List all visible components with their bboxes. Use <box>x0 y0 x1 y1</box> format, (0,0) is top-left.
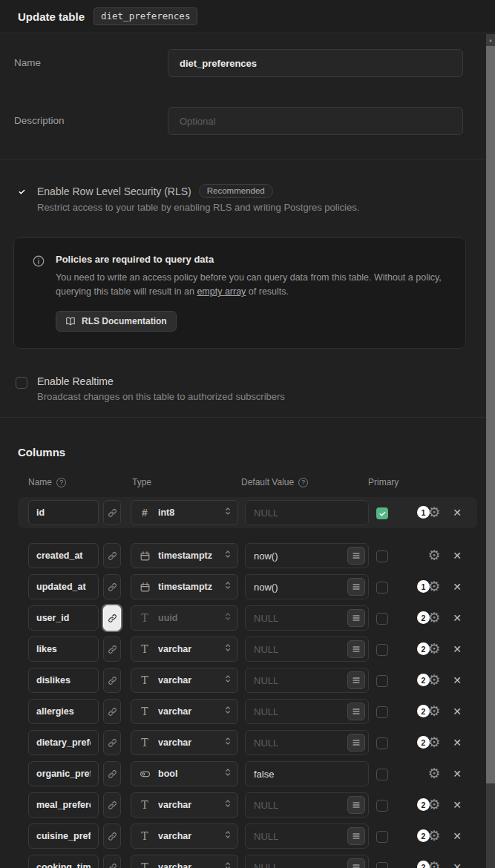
primary-checkbox[interactable] <box>376 613 388 625</box>
remove-column-button[interactable]: ✕ <box>451 581 463 593</box>
remove-column-button[interactable]: ✕ <box>451 799 463 811</box>
column-name-input[interactable] <box>28 574 99 599</box>
foreign-key-link-button[interactable] <box>103 855 121 868</box>
remove-column-button[interactable]: ✕ <box>451 643 463 655</box>
remove-column-button[interactable]: ✕ <box>451 550 463 562</box>
remove-column-button[interactable]: ✕ <box>451 507 463 519</box>
column-type-select[interactable]: timestamptz <box>131 574 238 599</box>
column-type-select[interactable]: T varchar <box>131 792 238 818</box>
default-value-menu-button[interactable] <box>347 609 365 627</box>
link-icon <box>108 769 117 779</box>
default-value-menu-button[interactable] <box>347 578 365 596</box>
foreign-key-link-button[interactable] <box>103 500 121 525</box>
column-name-input[interactable] <box>28 699 99 724</box>
default-value-menu-button[interactable] <box>347 796 365 814</box>
primary-checkbox[interactable] <box>376 769 388 780</box>
primary-checkbox[interactable] <box>376 737 388 749</box>
column-type-select[interactable]: T varchar <box>131 668 238 693</box>
primary-checkbox[interactable] <box>376 862 388 868</box>
select-chevrons-icon <box>223 506 233 519</box>
column-type-select[interactable]: T varchar <box>131 637 238 662</box>
name-help-icon[interactable]: ? <box>56 478 66 487</box>
foreign-key-link-button[interactable] <box>103 543 121 568</box>
remove-column-button[interactable]: ✕ <box>451 768 463 780</box>
column-type-select[interactable]: timestamptz <box>131 543 238 568</box>
default-value-input[interactable] <box>245 500 369 525</box>
column-type-select[interactable]: # int8 <box>131 500 238 525</box>
primary-checkbox[interactable] <box>376 800 388 812</box>
column-name-input[interactable] <box>28 823 99 849</box>
fk-count-badge: 2 <box>417 642 430 655</box>
foreign-key-link-button[interactable] <box>103 761 121 786</box>
column-name-input[interactable] <box>28 637 99 662</box>
rls-documentation-button[interactable]: RLS Documentation <box>56 311 177 332</box>
remove-column-button[interactable]: ✕ <box>451 861 463 868</box>
foreign-key-link-button[interactable] <box>103 605 121 631</box>
foreign-key-link-button[interactable] <box>103 637 121 662</box>
column-type-select[interactable]: T uuid <box>131 605 238 631</box>
primary-checkbox[interactable] <box>376 675 388 687</box>
column-row: T uuid 2 ⚙ ✕ <box>18 605 477 631</box>
primary-checkbox[interactable] <box>376 706 388 718</box>
column-type-label: varchar <box>158 862 223 868</box>
remove-column-button[interactable]: ✕ <box>451 830 463 842</box>
select-chevrons-icon <box>223 580 233 594</box>
default-value-input[interactable] <box>245 761 369 786</box>
rls-checkbox[interactable] <box>16 185 27 197</box>
realtime-checkbox[interactable] <box>16 377 27 389</box>
text-icon: T <box>139 674 151 686</box>
column-type-select[interactable]: bool <box>131 761 238 786</box>
foreign-key-link-button[interactable] <box>103 699 121 724</box>
column-name-input[interactable] <box>28 500 99 525</box>
link-icon <box>108 508 117 518</box>
column-name-input[interactable] <box>28 792 99 818</box>
column-type-select[interactable]: T varchar <box>131 730 238 755</box>
column-type-select[interactable]: T varchar <box>131 823 238 849</box>
column-row: T varchar 2 ⚙ ✕ <box>18 668 477 693</box>
fk-count-badge: 2 <box>417 674 430 686</box>
link-icon <box>108 707 117 717</box>
primary-checkbox[interactable] <box>376 550 388 562</box>
default-help-icon[interactable]: ? <box>298 478 308 487</box>
column-row: T varchar 2 ⚙ ✕ <box>18 637 477 662</box>
default-value-menu-button[interactable] <box>347 671 365 689</box>
foreign-key-link-button[interactable] <box>103 730 121 755</box>
text-icon: T <box>139 830 151 842</box>
column-settings-button[interactable]: ⚙ <box>427 766 442 781</box>
default-value-menu-button[interactable] <box>347 734 365 752</box>
primary-checkbox[interactable] <box>376 582 388 594</box>
remove-column-button[interactable]: ✕ <box>451 612 463 624</box>
column-type-select[interactable]: T varchar <box>131 855 238 868</box>
primary-checkbox[interactable] <box>376 644 388 656</box>
foreign-key-link-button[interactable] <box>103 792 121 818</box>
column-name-input[interactable] <box>28 605 99 631</box>
empty-array-link[interactable]: empty array <box>197 286 246 297</box>
column-name-input[interactable] <box>28 543 99 568</box>
table-description-input[interactable] <box>168 107 463 135</box>
column-settings-button[interactable]: ⚙ <box>427 548 442 563</box>
vertical-scrollbar[interactable]: ▲ <box>486 34 495 868</box>
foreign-key-link-button[interactable] <box>103 574 121 599</box>
primary-checkbox[interactable] <box>376 507 388 519</box>
default-value-menu-button[interactable] <box>347 858 365 868</box>
scroll-up-arrow-icon[interactable]: ▲ <box>486 34 495 46</box>
column-name-input[interactable] <box>28 730 99 755</box>
default-value-menu-button[interactable] <box>347 640 365 658</box>
foreign-key-link-button[interactable] <box>103 668 121 693</box>
column-name-input[interactable] <box>28 668 99 693</box>
column-name-input[interactable] <box>28 855 99 868</box>
default-value-menu-button[interactable] <box>347 827 365 845</box>
primary-checkbox[interactable] <box>376 831 388 843</box>
remove-column-button[interactable]: ✕ <box>451 674 463 686</box>
default-value-menu-button[interactable] <box>347 703 365 720</box>
table-name-input[interactable] <box>168 49 463 77</box>
column-type-select[interactable]: T varchar <box>131 699 238 724</box>
column-row: T varchar 2 ⚙ ✕ <box>18 730 477 755</box>
remove-column-button[interactable]: ✕ <box>451 706 463 717</box>
default-value-menu-button[interactable] <box>347 547 365 565</box>
rls-label: Enable Row Level Security (RLS) <box>37 185 191 197</box>
scrollbar-thumb[interactable] <box>486 46 495 783</box>
remove-column-button[interactable]: ✕ <box>451 737 463 749</box>
foreign-key-link-button[interactable] <box>103 823 121 849</box>
column-name-input[interactable] <box>28 761 99 786</box>
